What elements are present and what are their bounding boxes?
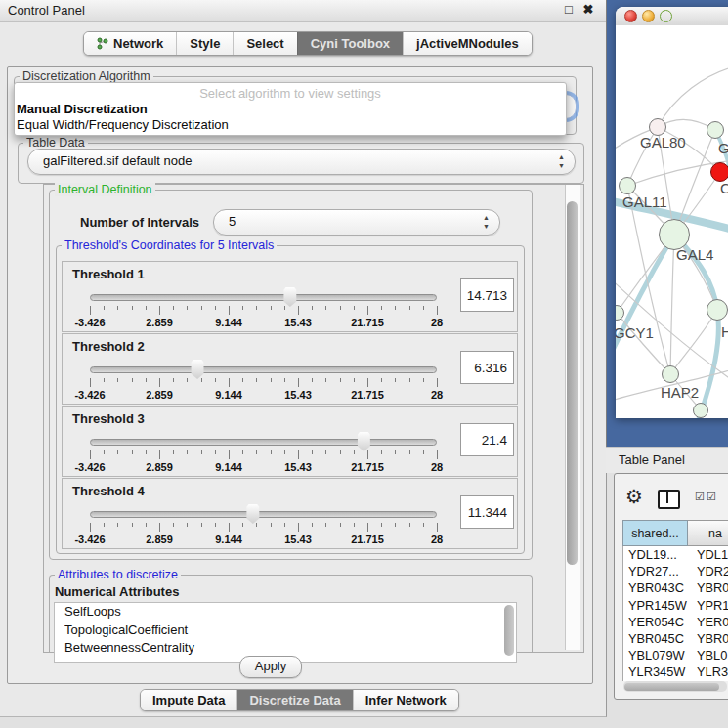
node-label-h: H [721,323,728,340]
table-row[interactable]: YBR043CYBR0 [623,579,728,596]
threshold-4-slider-track[interactable] [90,511,437,518]
table-row[interactable]: YDR27...YDR2 [623,563,728,579]
threshold-1-slider-track[interactable] [90,294,437,301]
threshold-2-value-field[interactable]: 6.316 [460,351,514,384]
tab-style[interactable]: Style [176,32,233,55]
node-gal11[interactable] [619,177,636,194]
mac-minimize-icon[interactable] [642,10,655,22]
table-row[interactable]: YBL079WYBL0 [623,647,728,664]
tab-cyni-toolbox-label: Cyni Toolbox [311,36,390,51]
threshold-1-slider-thumb[interactable] [281,287,298,307]
gear-icon[interactable]: ⚙ [625,485,643,508]
tab-select[interactable]: Select [233,32,296,55]
table-data-combobox[interactable]: galFiltered.sif default node ▲▼ [27,149,576,175]
node-label-hap2: HAP2 [661,384,699,401]
checkbox-icon[interactable]: ☑ [695,491,705,503]
node-label-g: G [718,140,728,156]
threshold-4-panel: Threshold 4 -3.4262.8599.14415.4321.7152… [62,478,518,549]
interval-definition-title: Interval Definition [55,183,155,196]
mac-close-icon[interactable] [624,10,637,22]
network-canvas[interactable]: GAL80 G C GAL11 GAL4 GCY1 H HAP2 [616,25,728,418]
table-panel-titlebar: Table Panel [606,447,728,473]
node-label-gal80: GAL80 [640,134,686,150]
control-panel-title: Control Panel [8,3,85,18]
table-row[interactable]: YLR345WYLR3 [623,664,728,680]
table-row[interactable]: YDL19...YDL1 [623,546,728,563]
table-hscrollbar-track[interactable] [623,681,727,692]
threshold-1-panel: Threshold 1 -3.4262.8599.14415.4321.7152… [62,261,518,332]
control-panel-titlebar: Control Panel □ ✖ [0,0,606,22]
tab-jactivemnodules[interactable]: jActiveMNodules [403,32,532,55]
threshold-2-scale: -3.4262.8599.14415.4321.71528 [63,378,517,402]
threshold-3-panel: Threshold 3 -3.4262.8599.14415.4321.7152… [62,406,518,477]
threshold-2-label: Threshold 2 [72,339,145,354]
threshold-2-slider-track[interactable] [90,366,437,373]
threshold-4-value-field[interactable]: 11.344 [460,495,514,529]
tab-discretize-data[interactable]: Discretize Data [236,690,352,710]
tab-network-label: Network [113,36,163,51]
numerical-attributes-list: SelfLoops TopologicalCoefficient Between… [54,602,517,663]
algorithm-dropdown-popup: Select algorithm to view settings Manual… [14,82,567,136]
threshold-3-slider-track[interactable] [90,439,437,446]
node-g[interactable] [707,121,724,139]
threshold-4-label: Threshold 4 [72,484,145,498]
attribute-item-betweennesscentrality[interactable]: BetweennessCentrality [55,639,516,658]
numerical-attributes-label: Numerical Attributes [55,584,179,599]
stepper-icon: ▲▼ [558,152,565,170]
threshold-1-label: Threshold 1 [72,267,145,281]
column-header-name[interactable]: na [688,520,728,546]
table-panel-window: ⚙ ☑ ☑ shared... na YDL19...YDL1 YDR27...… [614,473,728,700]
node-hap2[interactable] [662,365,679,383]
node-bottom-partial[interactable] [693,403,708,418]
screen: Control Panel □ ✖ Network Style [0,0,728,728]
attributes-group-title: Attributes to discretize [55,568,181,581]
table-hscrollbar-thumb[interactable] [624,683,719,691]
settings-scrollbar-thumb[interactable] [567,201,578,565]
number-of-intervals-combobox[interactable]: 5 ▲▼ [213,209,500,236]
close-window-icon[interactable]: ✖ [580,2,596,17]
split-table-icon[interactable] [658,490,680,509]
threshold-3-value-field[interactable]: 21.4 [460,423,514,456]
tab-infer-network[interactable]: Infer Network [353,690,458,710]
algorithm-option-manual[interactable]: Manual Discretization [17,102,148,116]
threshold-3-scale: -3.4262.8599.14415.4321.71528 [63,450,517,474]
tab-network[interactable]: Network [84,32,176,55]
table-data-group-title: Table Data [23,136,88,150]
number-of-intervals-label: Number of Intervals [80,215,199,230]
column-header-shared[interactable]: shared... [622,520,688,546]
table-rows: YDL19...YDL1 YDR27...YDR2 YBR043CYBR0 YP… [622,546,728,681]
checkbox-icon[interactable]: ☑ [707,491,716,503]
apply-button[interactable]: Apply [239,656,302,678]
node-red-selected[interactable] [710,162,728,182]
network-window-titlebar [616,7,728,26]
table-row[interactable]: YPR145WYPR1 [623,597,728,614]
discretization-algorithm-group-title: Discretization Algorithm [20,69,153,83]
network-icon [97,37,108,50]
float-window-icon[interactable]: □ [561,2,577,17]
table-row[interactable]: YER054CYER0 [623,614,728,630]
attribute-item-topologicalcoefficient[interactable]: TopologicalCoefficient [55,621,516,640]
attribute-item-selfloops[interactable]: SelfLoops [55,603,516,621]
tab-select-label: Select [246,36,283,51]
tab-jactivemnodules-label: jActiveMNodules [416,36,519,51]
bottom-tabbar: Impute Data Discretize Data Infer Networ… [140,689,459,711]
node-h[interactable] [707,299,728,321]
tab-discretize-data-label: Discretize Data [249,693,340,707]
stepper-icon: ▲▼ [483,213,490,231]
tab-impute-data-label: Impute Data [152,693,225,707]
table-row[interactable]: YBR045CYBR0 [623,630,728,647]
threshold-1-scale: -3.4262.8599.14415.4321.71528 [63,306,517,329]
threshold-4-slider-thumb[interactable] [244,504,261,524]
tab-cyni-toolbox[interactable]: Cyni Toolbox [297,32,403,55]
threshold-1-value-field[interactable]: 14.713 [460,278,514,312]
tab-style-label: Style [190,36,220,51]
table-data-value: galFiltered.sif default node [43,153,192,168]
table-panel-title: Table Panel [619,452,685,467]
mac-zoom-icon[interactable] [660,10,672,22]
attributes-list-scrollbar[interactable] [504,605,514,656]
threshold-2-slider-thumb[interactable] [190,360,206,379]
algorithm-option-equal-width[interactable]: Equal Width/Frequency Discretization [17,117,229,132]
tab-impute-data[interactable]: Impute Data [141,690,236,710]
node-label-gal4: GAL4 [676,246,713,263]
threshold-3-slider-thumb[interactable] [356,432,372,451]
